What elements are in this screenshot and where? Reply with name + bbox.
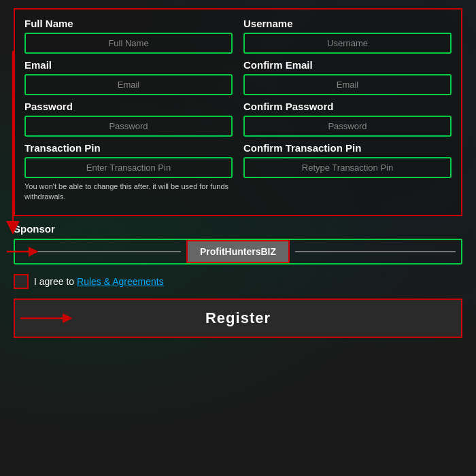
agree-text-label: I agree to: [34, 276, 77, 287]
sponsor-section: Sponsor ProfitHuntersBIZ: [14, 223, 462, 265]
password-field-group: Password: [24, 101, 233, 137]
checkbox-inner: [16, 277, 26, 286]
fullname-label: Full Name: [24, 18, 233, 29]
confirm-email-field-group: Confirm Email: [243, 59, 452, 95]
confirm-password-label: Confirm Password: [243, 101, 452, 112]
sponsor-input-wrapper: ProfitHuntersBIZ: [14, 239, 462, 265]
fullname-input[interactable]: [24, 33, 233, 54]
password-input[interactable]: [24, 116, 233, 137]
left-arrow-icon: [3, 44, 23, 235]
username-label: Username: [243, 18, 452, 29]
register-section: Register: [14, 299, 462, 338]
confirm-transaction-pin-input[interactable]: [243, 157, 452, 178]
register-arrow-icon: [20, 311, 75, 325]
registration-form-box: Full Name Username Email Confirm Email P…: [14, 8, 462, 216]
username-input[interactable]: [243, 33, 452, 54]
password-label: Password: [24, 101, 233, 112]
fullname-field-group: Full Name: [24, 18, 233, 54]
confirm-transaction-pin-label: Confirm Transaction Pin: [243, 142, 452, 154]
rules-link[interactable]: Rules & Agreements: [77, 276, 164, 287]
sponsor-input-container: ProfitHuntersBIZ: [14, 239, 462, 265]
transaction-pin-field-group: Transaction Pin You won't be able to cha…: [24, 142, 233, 203]
email-label: Email: [24, 59, 233, 71]
transaction-pin-input[interactable]: [24, 157, 233, 178]
transaction-pin-hint: You won't be able to change this after. …: [24, 182, 233, 203]
confirm-password-input[interactable]: [243, 116, 452, 137]
agree-text: I agree to Rules & Agreements: [34, 276, 164, 287]
confirm-email-input[interactable]: [243, 74, 452, 95]
sponsor-value: ProfitHuntersBIZ: [186, 240, 290, 263]
form-grid: Full Name Username Email Confirm Email P…: [24, 18, 452, 208]
agree-section: I agree to Rules & Agreements: [14, 271, 462, 292]
sponsor-label: Sponsor: [14, 223, 462, 235]
sponsor-line-right: [295, 251, 456, 252]
confirm-email-label: Confirm Email: [243, 59, 452, 71]
transaction-pin-label: Transaction Pin: [24, 142, 233, 154]
email-field-group: Email: [24, 59, 233, 95]
sponsor-arrow-icon: [7, 245, 41, 258]
agree-checkbox[interactable]: [14, 274, 29, 289]
register-button[interactable]: Register: [14, 299, 462, 338]
confirm-transaction-pin-field-group: Confirm Transaction Pin: [243, 142, 452, 203]
confirm-password-field-group: Confirm Password: [243, 101, 452, 137]
username-field-group: Username: [243, 18, 452, 54]
sponsor-line-left: [20, 251, 181, 252]
page-wrapper: Full Name Username Email Confirm Email P…: [0, 0, 476, 476]
email-input[interactable]: [24, 74, 233, 95]
